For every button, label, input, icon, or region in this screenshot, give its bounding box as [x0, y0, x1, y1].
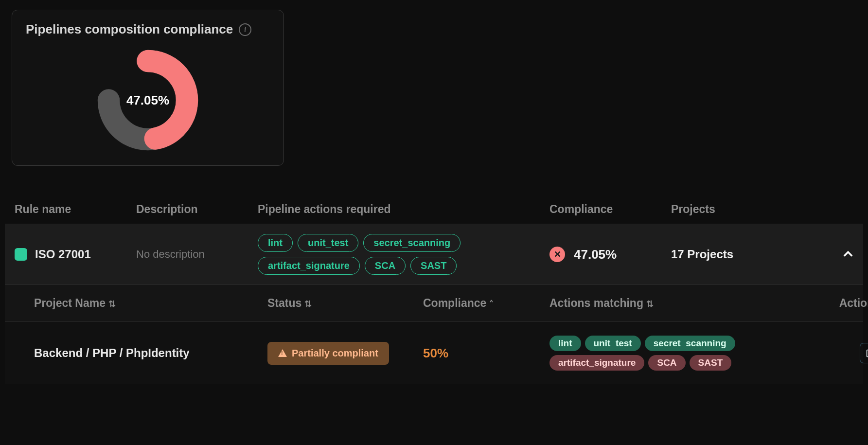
info-icon[interactable]: i	[239, 23, 251, 36]
header-project-compliance[interactable]: Compliance˄	[423, 297, 549, 310]
sort-icon: ⇅	[304, 299, 312, 309]
header-description: Description	[136, 203, 258, 216]
project-name: Backend / PHP / PhpIdentity	[34, 346, 267, 360]
warning-icon	[278, 349, 287, 357]
rule-color-swatch	[15, 248, 27, 261]
status-badge: Partially compliant	[267, 342, 389, 365]
required-actions-chips: lint unit_test secret_scanning artifact_…	[258, 234, 549, 275]
pill-fail: SAST	[690, 355, 732, 371]
sort-icon: ⇅	[108, 299, 116, 309]
fail-icon: ✕	[549, 247, 565, 262]
chip-required: lint	[258, 234, 293, 252]
rule-compliance-value: 47.05%	[574, 247, 617, 262]
chip-required: SCA	[365, 257, 406, 275]
chip-required: secret_scanning	[363, 234, 461, 252]
header-projects: Projects	[671, 203, 802, 216]
card-header: Pipelines composition compliance i	[26, 22, 270, 37]
rules-table-header: Rule name Description Pipeline actions r…	[5, 195, 863, 224]
rule-row[interactable]: ISO 27001 No description lint unit_test …	[5, 224, 863, 285]
rule-name: ISO 27001	[35, 248, 91, 261]
header-compliance: Compliance	[549, 203, 671, 216]
compliance-card: Pipelines composition compliance i 47.05…	[12, 10, 284, 166]
card-title: Pipelines composition compliance	[26, 22, 233, 37]
project-compliance-value: 50%	[423, 346, 549, 361]
header-status[interactable]: Status⇅	[267, 297, 423, 310]
header-rule-name: Rule name	[15, 203, 136, 216]
chip-required: SAST	[410, 257, 457, 275]
projects-table-header: Project Name⇅ Status⇅ Compliance˄ Action…	[5, 285, 863, 322]
open-external-button[interactable]	[860, 343, 868, 363]
gauge-chart: 47.05%	[26, 47, 270, 154]
header-actions-required: Pipeline actions required	[258, 203, 549, 216]
pill-pass: unit_test	[585, 336, 641, 351]
sort-asc-icon: ˄	[489, 299, 494, 309]
pill-pass: secret_scanning	[645, 336, 735, 351]
rule-projects-count: 17 Projects	[671, 248, 802, 261]
chip-required: artifact_signature	[258, 257, 360, 275]
status-label: Partially compliant	[292, 348, 378, 359]
pill-fail: artifact_signature	[549, 355, 644, 371]
chevron-up-icon[interactable]	[840, 247, 856, 262]
header-actions: Actions	[802, 297, 868, 310]
header-project-name[interactable]: Project Name⇅	[34, 297, 267, 310]
chip-required: unit_test	[298, 234, 358, 252]
external-link-icon	[865, 348, 868, 358]
pill-pass: lint	[549, 336, 581, 351]
header-actions-matching[interactable]: Actions matching⇅	[549, 297, 802, 310]
actions-matching-pills: lint unit_test secret_scanning artifact_…	[549, 336, 802, 371]
project-row: Backend / PHP / PhpIdentity Partially co…	[5, 322, 863, 384]
sort-icon: ⇅	[646, 299, 654, 309]
rule-description: No description	[136, 248, 258, 261]
pill-fail: SCA	[648, 355, 685, 371]
gauge-percent-label: 47.05%	[126, 93, 169, 108]
